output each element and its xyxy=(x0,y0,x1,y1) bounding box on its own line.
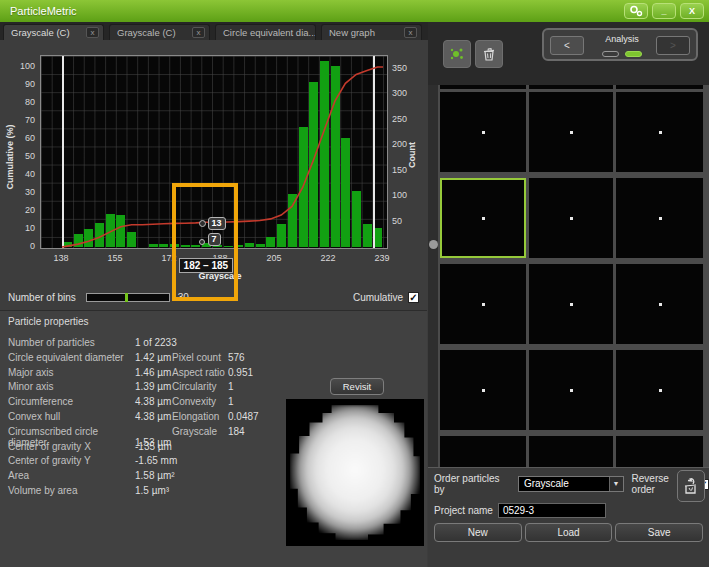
property-label: Convex hull xyxy=(8,411,135,422)
chevron-down-icon[interactable]: ▼ xyxy=(609,477,623,491)
property-row: Volume by area1.5 µm³ xyxy=(8,485,169,496)
particle-dot xyxy=(570,389,573,392)
property-row: Convex hull4.38 µm xyxy=(8,411,171,422)
particle-cell[interactable] xyxy=(616,350,703,430)
property-label: Center of gravity Y xyxy=(8,455,135,466)
tab-0[interactable]: Grayscale (C)x xyxy=(3,24,104,40)
selection-highlight-rect xyxy=(172,183,238,301)
particle-dot xyxy=(482,131,485,134)
particle-cell[interactable] xyxy=(529,178,613,258)
particle-cell[interactable] xyxy=(616,436,703,467)
particle-dot xyxy=(482,389,485,392)
particle-cell[interactable] xyxy=(529,264,613,344)
particle-cell-selected[interactable] xyxy=(440,178,526,258)
property-label: Convexity xyxy=(172,396,228,407)
discard-hand-button[interactable] xyxy=(677,470,705,502)
minimize-button[interactable]: _ xyxy=(652,3,676,19)
tab-label: Grayscale (C) xyxy=(117,27,176,38)
particle-dot xyxy=(659,303,662,306)
particle-dot xyxy=(570,303,573,306)
analysis-pager: < Analysis > xyxy=(542,28,698,61)
particle-cell[interactable] xyxy=(440,92,526,172)
y-left-tick: 100 xyxy=(5,61,35,71)
particle-cell[interactable] xyxy=(616,264,703,344)
particle-cell[interactable] xyxy=(529,350,613,430)
save-button[interactable]: Save xyxy=(615,523,703,542)
property-row: Grayscale184 xyxy=(172,426,245,437)
close-button[interactable]: X xyxy=(680,3,704,19)
particle-blob xyxy=(290,405,420,540)
page-pill-inactive[interactable] xyxy=(602,51,619,57)
revisit-button[interactable]: Revisit xyxy=(330,378,384,395)
load-button[interactable]: Load xyxy=(525,523,613,542)
property-value: 1 xyxy=(228,396,234,407)
property-value: 1 xyxy=(228,381,234,392)
tab-close-icon[interactable]: x xyxy=(86,27,99,38)
page-pill-active[interactable] xyxy=(625,51,642,57)
order-particles-by-label: Order particles by xyxy=(434,473,512,495)
next-page-button[interactable]: > xyxy=(656,36,690,55)
property-label: Center of gravity X xyxy=(8,441,135,452)
bins-slider[interactable] xyxy=(86,293,170,302)
tab-label: Circle equivalent dia... xyxy=(223,27,316,38)
property-row: Aspect ratio0.951 xyxy=(172,367,253,378)
grid-scrollbar-thumb[interactable] xyxy=(429,240,438,249)
grid-scrollbar[interactable] xyxy=(428,85,438,467)
particle-cell[interactable] xyxy=(616,178,703,258)
property-row: Number of particles1 of 2233 xyxy=(8,337,177,348)
property-value: 1.5 µm³ xyxy=(135,485,169,496)
particle-cell[interactable] xyxy=(440,436,526,467)
cumulative-checkbox[interactable]: ✓ xyxy=(408,292,419,303)
x-tick: 239 xyxy=(367,253,397,263)
order-by-value: Grayscale xyxy=(524,478,569,489)
particle-cell[interactable] xyxy=(529,436,613,467)
property-value: 1.39 µm xyxy=(135,381,171,392)
bins-slider-thumb[interactable] xyxy=(125,293,128,302)
property-row: Center of gravity X-135 µm xyxy=(8,441,172,452)
y-right-tick: 200 xyxy=(392,139,422,149)
property-value: -135 µm xyxy=(135,441,172,452)
particles-view-button[interactable] xyxy=(443,40,471,68)
property-label: Area xyxy=(8,470,135,481)
tab-1[interactable]: Grayscale (C)x xyxy=(109,24,210,40)
tab-2[interactable]: Circle equivalent dia...x xyxy=(215,24,316,40)
particle-cell[interactable] xyxy=(616,85,703,89)
delete-button[interactable] xyxy=(475,40,503,68)
particle-cell[interactable] xyxy=(440,350,526,430)
property-label: Number of particles xyxy=(8,337,135,348)
particle-cell[interactable] xyxy=(529,85,613,89)
y-left-tick: 70 xyxy=(5,115,35,125)
y-axis-right-title: Count xyxy=(407,125,417,185)
new-button[interactable]: New xyxy=(434,523,522,542)
property-value: 0.951 xyxy=(228,367,253,378)
tab-close-icon[interactable]: x xyxy=(404,27,417,38)
tab-close-icon[interactable]: x xyxy=(192,27,205,38)
project-buttons: NewLoadSave xyxy=(428,523,709,542)
y-right-tick: 50 xyxy=(392,216,422,226)
particle-cell[interactable] xyxy=(440,85,526,89)
bubbles-icon[interactable] xyxy=(624,3,648,19)
x-tick: 138 xyxy=(46,253,76,263)
tab-label: New graph xyxy=(329,27,375,38)
y-right-tick: 300 xyxy=(392,88,422,98)
property-row: Major axis1.46 µm xyxy=(8,367,171,378)
particle-cell[interactable] xyxy=(440,264,526,344)
chart-panel: Cumulative (%) Count 137182 – 185 010203… xyxy=(0,40,427,567)
particle-cell[interactable] xyxy=(616,92,703,172)
property-label: Major axis xyxy=(8,367,135,378)
property-row: Circumference4.38 µm xyxy=(8,396,171,407)
particle-image xyxy=(286,399,424,546)
project-name-label: Project name xyxy=(434,505,493,516)
order-by-dropdown[interactable]: Grayscale ▼ xyxy=(518,476,624,492)
y-left-tick: 20 xyxy=(5,205,35,215)
project-name-input[interactable]: 0529-3 xyxy=(498,503,606,518)
particle-cell[interactable] xyxy=(529,92,613,172)
property-label: Elongation xyxy=(172,411,228,422)
y-left-tick: 0 xyxy=(5,241,35,251)
tab-3[interactable]: New graphx xyxy=(321,24,422,40)
property-value: 4.38 µm xyxy=(135,411,171,422)
property-value: 576 xyxy=(228,352,245,363)
property-value: -1.65 mm xyxy=(135,455,177,466)
property-label: Pixel count xyxy=(172,352,228,363)
property-row: Center of gravity Y-1.65 mm xyxy=(8,455,177,466)
